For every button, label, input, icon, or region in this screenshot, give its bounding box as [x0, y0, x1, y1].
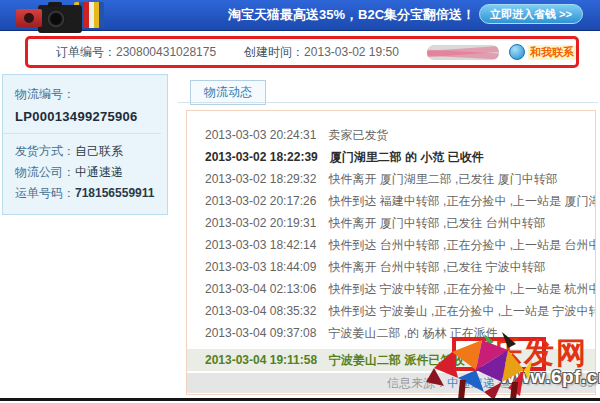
carrier-row: 物流公司：中通速递 [15, 162, 167, 183]
event-time: 2013-03-04 19:11:58 [205, 353, 317, 367]
event-time: 2013-03-04 02:13:06 [205, 282, 316, 296]
ship-method-label: 发货方式： [15, 144, 75, 158]
event-time: 2013-03-03 20:24:31 [205, 128, 316, 142]
carrier-value: 中通速递 [75, 165, 123, 179]
event-text: 快件离开 厦门湖里二部 ,已发往 厦门中转部 [328, 172, 557, 186]
tracking-number-label: 物流编号： [15, 84, 167, 105]
event-time: 2013-03-02 20:19:31 [205, 216, 316, 230]
camera-collage-image [14, 0, 104, 34]
shipping-sidebar: 物流编号： LP00013499275906 发货方式：自己联系 物流公司：中通… [2, 74, 168, 215]
carrier-label: 物流公司： [15, 165, 75, 179]
promo-text: 淘宝天猫最高送35%，B2C集分宝翻倍送！ [228, 6, 475, 24]
waybill-value: 718156559911 [75, 186, 154, 200]
tracking-event-row: 2013-03-02 20:19:31快件离开 厦门中转部 ,已发往 台州中转部 [205, 212, 595, 234]
tracking-event-row: 2013-03-03 18:42:14快件到达 台州中转部 ,正在分捡中 ,上一… [205, 234, 595, 256]
order-info-bar: 订单编号： 230800431028175 创建时间： 2013-03-02 1… [25, 36, 579, 68]
event-time: 2013-03-02 18:29:32 [205, 172, 316, 186]
tracking-event-row: 2013-03-04 08:35:32快件到达 宁波姜山 ,正在分捡中 ,上一站… [205, 300, 595, 322]
created-time-label: 创建时间： [244, 44, 304, 61]
redacted-buyer-name [427, 45, 499, 60]
tracking-event-row: 2013-03-03 18:44:09快件离开 台州中转部 ,已发往 宁波中转部 [205, 256, 595, 278]
tracking-number-value: LP00013499275906 [15, 109, 167, 124]
dslr-camera-image [38, 5, 82, 33]
page-bottom-edge [0, 398, 600, 401]
event-text: 厦门湖里二部 的 小范 已收件 [330, 150, 484, 164]
tracking-event-row: 2013-03-04 02:13:06快件到达 宁波中转部 ,正在分捡中 ,上一… [205, 278, 595, 300]
event-text: 快件到达 台州中转部 ,正在分捡中 ,上一站是 台州中转部 [328, 238, 596, 252]
event-text: 卖家已发货 [328, 128, 388, 142]
event-time: 2013-03-03 18:42:14 [205, 238, 316, 252]
tracking-event-row: 2013-03-02 18:22:39厦门湖里二部 的 小范 已收件 [205, 146, 595, 168]
created-time-value: 2013-03-02 19:50 [304, 45, 399, 59]
event-time: 2013-03-02 18:22:39 [205, 150, 318, 164]
bull-logo-icon [424, 330, 536, 402]
tracking-event-row: 2013-03-02 18:29:32快件离开 厦门湖里二部 ,已发往 厦门中转… [205, 168, 595, 190]
waybill-label: 运单号码： [15, 186, 75, 200]
event-text: 快件到达 宁波中转部 ,正在分捡中 ,上一站是 杭州中转部 [328, 282, 596, 296]
event-time: 2013-03-04 09:37:08 [205, 326, 316, 340]
waybill-row: 运单号码：718156559911 [15, 183, 167, 204]
event-time: 2013-03-02 20:17:26 [205, 194, 316, 208]
compact-camera-image [16, 9, 42, 27]
event-text: 快件离开 厦门中转部 ,已发往 台州中转部 [328, 216, 545, 230]
tracking-event-row: 2013-03-02 20:17:26快件到达 福建中转部 ,正在分捡中 ,上一… [205, 190, 595, 212]
sidebar-divider [3, 133, 161, 134]
event-text: 快件离开 台州中转部 ,已发往 宁波中转部 [328, 260, 545, 274]
order-number-value: 230800431028175 [116, 45, 216, 59]
wangwang-icon[interactable] [509, 44, 525, 60]
tracking-event-row: 2013-03-03 20:24:31卖家已发货 [205, 124, 595, 146]
event-time: 2013-03-04 08:35:32 [205, 304, 316, 318]
contact-me-link[interactable]: 和我联系 [528, 45, 576, 60]
ship-method-value: 自己联系 [75, 144, 123, 158]
page: 淘宝天猫最高送35%，B2C集分宝翻倍送！ 立即进入省钱 >> 订单编号： 23… [0, 0, 600, 403]
promo-cta-button[interactable]: 立即进入省钱 >> [479, 4, 583, 24]
event-text: 快件到达 福建中转部 ,正在分捡中 ,上一站是 厦门湖里二部 [328, 194, 596, 208]
tab-underline [178, 102, 598, 103]
ship-method-row: 发货方式：自己联系 [15, 141, 167, 162]
event-text: 快件到达 宁波姜山 ,正在分捡中 ,上一站是 宁波中转部 [328, 304, 596, 318]
tracking-event-list: 2013-03-03 20:24:31卖家已发货 2013-03-02 18:2… [187, 111, 595, 344]
order-number-label: 订单编号： [56, 44, 116, 61]
event-time: 2013-03-03 18:44:09 [205, 260, 316, 274]
